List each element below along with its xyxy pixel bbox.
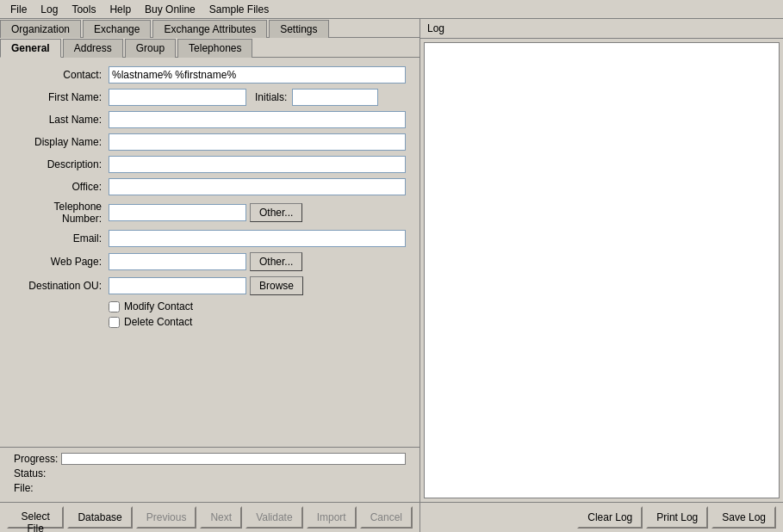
log-buttons: Clear Log Print Log Save Log	[420, 502, 783, 532]
next-button[interactable]: Next	[200, 506, 242, 529]
menu-log[interactable]: Log	[34, 2, 65, 17]
clear-log-button[interactable]: Clear Log	[577, 506, 643, 529]
previous-button[interactable]: Previous	[136, 506, 197, 529]
validate-button[interactable]: Validate	[245, 506, 302, 529]
modify-contact-label: Modify Contact	[124, 300, 193, 312]
progress-area: Progress: Status: File:	[0, 447, 419, 502]
firstname-input[interactable]	[109, 89, 246, 106]
browse-button[interactable]: Browse	[250, 276, 303, 295]
webpage-input[interactable]	[109, 253, 246, 270]
contact-input[interactable]	[109, 66, 406, 84]
tab-general[interactable]: General	[0, 39, 61, 58]
office-label: Office:	[14, 181, 109, 193]
menu-file[interactable]: File	[3, 2, 34, 17]
other-telephone-button[interactable]: Other...	[250, 203, 302, 222]
progress-label: Progress:	[14, 453, 61, 465]
tab-address[interactable]: Address	[63, 39, 123, 58]
status-row: Status:	[14, 467, 406, 479]
menu-buy-online[interactable]: Buy Online	[138, 2, 202, 17]
displayname-input[interactable]	[109, 133, 406, 151]
telephone-row: Telephone Number: Other...	[14, 201, 406, 225]
modify-contact-checkbox[interactable]	[109, 301, 120, 312]
save-log-button[interactable]: Save Log	[712, 506, 776, 529]
select-file-button[interactable]: Select File	[7, 506, 64, 529]
contact-label: Contact:	[14, 69, 109, 81]
destination-ou-input[interactable]	[109, 277, 246, 294]
firstname-row: First Name: Initials:	[14, 89, 406, 106]
main-container: Organization Exchange Exchange Attribute…	[0, 19, 783, 532]
firstname-label: First Name:	[14, 91, 109, 103]
destination-ou-row: Destination OU: Browse	[14, 276, 406, 295]
tab-settings[interactable]: Settings	[269, 20, 328, 38]
displayname-row: Display Name:	[14, 133, 406, 151]
import-button[interactable]: Import	[307, 506, 357, 529]
delete-contact-row: Delete Contact	[109, 316, 406, 328]
status-label: Status:	[14, 467, 61, 479]
email-label: Email:	[14, 232, 109, 244]
left-panel: Organization Exchange Exchange Attribute…	[0, 19, 420, 532]
initials-input[interactable]	[292, 89, 378, 106]
progress-row: Progress:	[14, 453, 406, 465]
print-log-button[interactable]: Print Log	[646, 506, 708, 529]
lastname-row: Last Name:	[14, 111, 406, 128]
lastname-label: Last Name:	[14, 114, 109, 126]
contact-row: Contact:	[14, 66, 406, 84]
menu-tools[interactable]: Tools	[65, 2, 103, 17]
form-area: Contact: First Name: Initials: Last Name…	[0, 58, 419, 447]
menu-sample-files[interactable]: Sample Files	[202, 2, 276, 17]
email-row: Email:	[14, 230, 406, 247]
office-input[interactable]	[109, 178, 406, 195]
database-button[interactable]: Database	[67, 506, 132, 529]
delete-contact-label: Delete Contact	[124, 316, 192, 328]
menu-help[interactable]: Help	[103, 2, 138, 17]
log-header: Log	[420, 19, 783, 39]
file-label: File:	[14, 482, 61, 494]
tab-exchange[interactable]: Exchange	[83, 20, 151, 38]
delete-contact-checkbox[interactable]	[109, 317, 120, 328]
destination-ou-label: Destination OU:	[14, 280, 109, 292]
tab-row-1: Organization Exchange Exchange Attribute…	[0, 19, 419, 38]
lastname-input[interactable]	[109, 111, 406, 128]
progress-bar	[61, 453, 406, 465]
bottom-bar: Select File Database Previous Next Valid…	[0, 502, 419, 532]
other-webpage-button[interactable]: Other...	[250, 252, 302, 271]
telephone-label: Telephone Number:	[14, 201, 109, 225]
description-label: Description:	[14, 158, 109, 170]
modify-contact-row: Modify Contact	[109, 300, 406, 312]
office-row: Office:	[14, 178, 406, 195]
tab-group[interactable]: Group	[125, 39, 176, 58]
file-row: File:	[14, 482, 406, 494]
tab-telephones[interactable]: Telephones	[177, 39, 252, 58]
cancel-button[interactable]: Cancel	[360, 506, 413, 529]
telephone-input[interactable]	[109, 204, 246, 221]
tab-exchange-attributes[interactable]: Exchange Attributes	[152, 20, 267, 38]
right-panel: Log Clear Log Print Log Save Log	[420, 19, 783, 532]
description-row: Description:	[14, 156, 406, 173]
menubar: File Log Tools Help Buy Online Sample Fi…	[0, 0, 783, 19]
displayname-label: Display Name:	[14, 136, 109, 148]
initials-label: Initials:	[246, 91, 292, 103]
tab-organization[interactable]: Organization	[0, 20, 81, 38]
webpage-row: Web Page: Other...	[14, 252, 406, 271]
tab-row-2: General Address Group Telephones	[0, 38, 419, 58]
description-input[interactable]	[109, 156, 406, 173]
log-area[interactable]	[424, 42, 780, 498]
webpage-label: Web Page:	[14, 256, 109, 268]
email-input[interactable]	[109, 230, 406, 247]
